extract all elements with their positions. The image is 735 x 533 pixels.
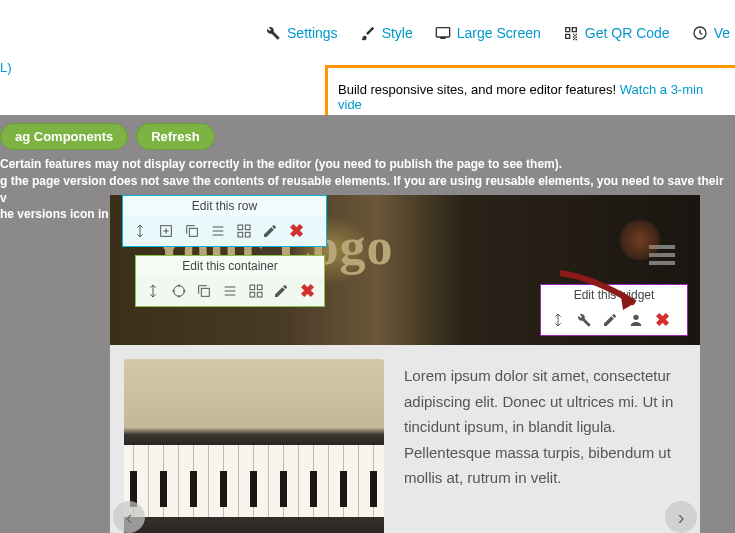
nav-ve[interactable]: Ve <box>692 25 730 41</box>
move-icon[interactable] <box>142 280 164 302</box>
move-icon[interactable] <box>547 309 569 331</box>
nav-style[interactable]: Style <box>360 25 413 41</box>
nav-large-screen-label: Large Screen <box>457 25 541 41</box>
delete-icon[interactable]: ✖ <box>651 309 673 331</box>
nav-ve-label: Ve <box>714 25 730 41</box>
nav-qr[interactable]: Get QR Code <box>563 25 670 41</box>
nav-qr-label: Get QR Code <box>585 25 670 41</box>
drag-components-button[interactable]: ag Components <box>0 123 128 150</box>
url-fragment: L) <box>0 60 12 75</box>
svg-rect-5 <box>238 232 243 237</box>
feature-text: Lorem ipsum dolor sit amet, consectetur … <box>404 359 686 531</box>
user-icon[interactable] <box>625 309 647 331</box>
content-section: Lorem ipsum dolor sit amet, consectetur … <box>110 345 700 533</box>
feature-image <box>124 359 384 533</box>
svg-rect-4 <box>245 225 250 230</box>
svg-rect-8 <box>202 288 210 296</box>
grid-icon[interactable] <box>245 280 267 302</box>
wrench-icon <box>265 25 281 41</box>
svg-rect-10 <box>257 285 262 290</box>
svg-rect-12 <box>257 292 262 297</box>
add-icon[interactable] <box>155 220 177 242</box>
nav-style-label: Style <box>382 25 413 41</box>
wrench-icon[interactable] <box>573 309 595 331</box>
columns-icon[interactable] <box>219 280 241 302</box>
svg-rect-9 <box>250 285 255 290</box>
columns-icon[interactable] <box>207 220 229 242</box>
carousel-prev[interactable]: ‹ <box>113 501 145 533</box>
nav-settings-label: Settings <box>287 25 338 41</box>
copy-icon[interactable] <box>193 280 215 302</box>
delete-icon[interactable]: ✖ <box>285 220 307 242</box>
svg-point-13 <box>633 315 638 320</box>
brush-icon <box>360 25 376 41</box>
target-icon[interactable] <box>168 280 190 302</box>
nav-large-screen[interactable]: Large Screen <box>435 25 541 41</box>
clock-icon <box>692 25 708 41</box>
promo-text: Build responsive sites, and more editor … <box>338 82 620 97</box>
carousel-next[interactable]: › <box>665 501 697 533</box>
monitor-icon <box>435 25 451 41</box>
edit-row-title: Edit this row <box>123 196 326 216</box>
grid-icon[interactable] <box>233 220 255 242</box>
edit-widget-title: Edit this widget <box>541 285 687 305</box>
edit-container-panel: Edit this container ✖ <box>135 255 325 307</box>
svg-rect-2 <box>189 228 197 236</box>
copy-icon[interactable] <box>181 220 203 242</box>
edit-widget-panel: Edit this widget ✖ <box>540 284 688 336</box>
hamburger-menu-icon[interactable] <box>649 245 675 269</box>
refresh-button[interactable]: Refresh <box>136 123 214 150</box>
delete-icon[interactable]: ✖ <box>296 280 318 302</box>
edit-container-title: Edit this container <box>136 256 324 276</box>
qr-icon <box>563 25 579 41</box>
edit-icon[interactable] <box>259 220 281 242</box>
svg-rect-3 <box>238 225 243 230</box>
svg-rect-11 <box>250 292 255 297</box>
edit-icon[interactable] <box>271 280 293 302</box>
svg-rect-6 <box>245 232 250 237</box>
svg-point-7 <box>173 286 184 297</box>
nav-settings[interactable]: Settings <box>265 25 338 41</box>
edit-icon[interactable] <box>599 309 621 331</box>
edit-row-panel: Edit this row ✖ <box>122 195 327 247</box>
move-icon[interactable] <box>129 220 151 242</box>
